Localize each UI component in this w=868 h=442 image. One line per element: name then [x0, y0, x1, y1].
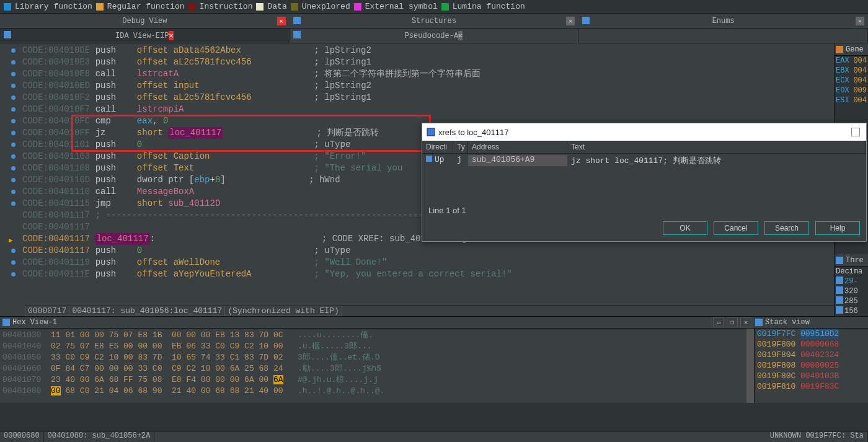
breakpoint-dot[interactable]: [11, 72, 16, 76]
register-row[interactable]: ESI004: [835, 95, 868, 105]
reg-name: EDX: [836, 86, 853, 95]
cell-text: jz short loc_401117; 判断是否跳转: [567, 155, 866, 166]
col-text[interactable]: Text: [567, 141, 866, 153]
legend-label: Regular function: [107, 2, 185, 11]
top-tab[interactable]: Structures✕: [290, 14, 579, 28]
threads-header[interactable]: Thre: [835, 254, 868, 267]
breakpoint-dot[interactable]: [11, 201, 16, 206]
disasm-line[interactable]: CODE:0040111E push offset aYepYouEntered…: [0, 268, 834, 280]
col-direction[interactable]: Directi: [422, 141, 453, 153]
breakpoint-dot[interactable]: [11, 143, 16, 147]
disasm-line[interactable]: CODE:004010DE push offset aData4562Abex …: [0, 45, 834, 56]
close-icon[interactable]: ✕: [277, 17, 286, 25]
tab-icon: [4, 31, 11, 41]
hex-line[interactable]: 00401060 0F 84 C7 00 00 00 33 C0 C9 C2 1…: [2, 363, 744, 374]
stack-row[interactable]: 0019F80C0040103B: [755, 371, 868, 381]
mnemonic: push: [95, 80, 137, 92]
stack-view[interactable]: 0019F7FC009510D20019F800000000680019F804…: [754, 329, 868, 403]
close-icon[interactable]: ✕: [458, 31, 463, 40]
breakpoint-dot[interactable]: [11, 166, 16, 170]
operand-number: 0: [137, 139, 142, 151]
breakpoint-dot[interactable]: [11, 95, 16, 100]
breakpoint-dot[interactable]: [11, 178, 16, 182]
stack-row[interactable]: 0019F7FC009510D2: [755, 329, 868, 339]
gutter: [0, 268, 22, 280]
decimal-row[interactable]: 320: [835, 286, 868, 296]
hex-line[interactable]: 00401040 02 75 07 E8 E5 00 00 00 EB 06 3…: [2, 341, 744, 352]
xrefs-dialog[interactable]: xrefs to loc_401117 Directi Ty Address T…: [422, 123, 867, 242]
tab-label: Debug View: [122, 17, 167, 25]
window-button[interactable]: ▭: [713, 317, 724, 327]
register-row[interactable]: EBX004: [835, 66, 868, 76]
svg-rect-8: [836, 296, 843, 304]
close-icon[interactable]: ✕: [566, 17, 575, 25]
breakpoint-dot[interactable]: [11, 84, 16, 88]
legend-swatch: [291, 3, 298, 11]
gutter: [0, 245, 22, 257]
xrefs-title-bar[interactable]: xrefs to loc_401117: [422, 123, 866, 141]
breakpoint-dot[interactable]: [11, 249, 16, 253]
breakpoint-dot[interactable]: [11, 119, 16, 123]
registers-header[interactable]: Gene: [835, 43, 868, 56]
hex-dump[interactable]: 00401030 11 01 00 00 75 07 E8 1B 00 00 0…: [0, 329, 746, 403]
breakpoint-dot[interactable]: [11, 260, 16, 265]
disasm-line[interactable]: CODE:004010E8 call lstrcatA ; 将第二个字符串拼接到…: [0, 68, 834, 80]
hex-line[interactable]: 00401080 00 68 C0 21 04 06 68 90 21 40 0…: [2, 386, 744, 397]
col-type[interactable]: Ty: [453, 141, 468, 153]
close-icon[interactable]: ✕: [856, 17, 864, 25]
top-tab[interactable]: Debug View✕: [0, 14, 290, 28]
disasm-line[interactable]: CODE:004010ED push offset input ; lpStri…: [0, 80, 834, 92]
disasm-line[interactable]: CODE:004010E3 push offset aL2c5781fcvc45…: [0, 56, 834, 68]
view-tab[interactable]: [578, 29, 868, 43]
legend-label: External symbol: [365, 2, 438, 11]
breakpoint-dot[interactable]: [11, 48, 16, 53]
top-tab[interactable]: Enums✕: [578, 14, 868, 28]
sync-bar: 00000717 00401117: sub_401056:loc_401117…: [25, 305, 834, 316]
xrefs-row[interactable]: Up j sub_401056+A9 jz short loc_401117; …: [422, 154, 866, 167]
breakpoint-dot[interactable]: [11, 272, 16, 276]
hex-line[interactable]: 00401030 11 01 00 00 75 07 E8 1B 00 00 0…: [2, 330, 744, 341]
breakpoint-dot[interactable]: [11, 60, 16, 64]
breakpoint-dot[interactable]: [11, 190, 16, 194]
scrollbar[interactable]: [746, 329, 754, 403]
reg-value: 004: [853, 76, 867, 86]
disasm-line[interactable]: CODE:004010F2 push offset aL2c5781fcvc45…: [0, 92, 834, 104]
disasm-line[interactable]: CODE:00401117 push 0 ; uType: [0, 245, 834, 257]
disasm-line[interactable]: CODE:00401119 push offset aWellDone ; "W…: [0, 257, 834, 268]
breakpoint-dot[interactable]: [11, 131, 16, 135]
view-tab[interactable]: Pseudocode-A✕: [290, 29, 579, 43]
breakpoint-dot[interactable]: [11, 154, 16, 159]
stack-row[interactable]: 0019F80400402324: [755, 350, 868, 360]
hex-line[interactable]: 00401070 23 40 00 6A 68 FF 75 08 E8 F4 0…: [2, 374, 744, 386]
cancel-button[interactable]: Cancel: [714, 221, 758, 235]
mnemonic: push: [95, 268, 137, 280]
hex-line[interactable]: 00401050 33 C0 C9 C2 10 00 83 7D 10 65 7…: [2, 352, 744, 363]
comment: ; "Error!": [314, 151, 366, 162]
stack-row[interactable]: 0019F8100019F83C: [755, 381, 868, 392]
disasm-line[interactable]: CODE:004010F7 call lstrcmpiA: [0, 104, 834, 115]
register-row[interactable]: EDX009: [835, 86, 868, 95]
maximize-button[interactable]: [851, 128, 860, 136]
svg-rect-1: [582, 17, 590, 24]
operand-number: 8: [215, 174, 220, 186]
close-button[interactable]: ✕: [740, 317, 751, 327]
reg-value: 004: [853, 56, 867, 66]
svg-rect-0: [293, 17, 301, 24]
decimal-row[interactable]: 29-: [835, 276, 868, 286]
register-row[interactable]: EAX004: [835, 56, 868, 66]
address: CODE:00401117: [22, 233, 95, 245]
search-button[interactable]: Search: [764, 221, 809, 235]
decimal-row[interactable]: 285: [835, 296, 868, 306]
decimal-row[interactable]: 156: [835, 306, 868, 316]
stack-row[interactable]: 0019F80800000025: [755, 360, 868, 371]
gutter: ▶: [0, 233, 22, 245]
close-icon[interactable]: ✕: [169, 31, 173, 40]
help-button[interactable]: Help: [815, 221, 860, 235]
view-tab[interactable]: IDA View-EIP✕: [0, 29, 290, 43]
stack-row[interactable]: 0019F80000000068: [755, 339, 868, 350]
col-address[interactable]: Address: [468, 141, 567, 153]
restore-button[interactable]: ❐: [727, 317, 738, 327]
breakpoint-dot[interactable]: [11, 107, 16, 112]
ok-button[interactable]: OK: [663, 221, 707, 235]
register-row[interactable]: ECX004: [835, 76, 868, 86]
